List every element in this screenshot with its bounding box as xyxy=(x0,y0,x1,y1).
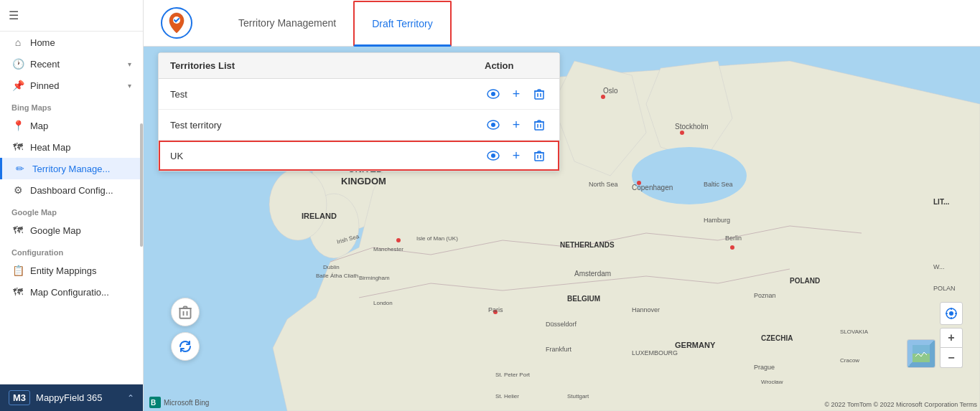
delete-uk-button[interactable] xyxy=(531,147,548,164)
sidebar-section-main: ⌂ Home 🕐 Recent ▾ 📌 Pinned ▾ xyxy=(0,32,143,96)
svg-rect-54 xyxy=(535,91,543,99)
svg-text:Stockholm: Stockholm xyxy=(675,123,709,131)
svg-text:Baile Átha Cliath: Baile Átha Cliath xyxy=(316,273,358,279)
sidebar-scrollbar-thumb[interactable] xyxy=(140,123,143,247)
sidebar-item-map[interactable]: 📍 Map xyxy=(0,115,143,136)
svg-text:NETHERLANDS: NETHERLANDS xyxy=(560,241,615,249)
sidebar-item-google-map[interactable]: 🗺 Google Map xyxy=(0,219,143,241)
svg-text:SLOVAKIA: SLOVAKIA xyxy=(840,329,869,335)
svg-text:Berlin: Berlin xyxy=(725,235,742,242)
add-uk-button[interactable]: + xyxy=(508,147,525,164)
svg-point-7 xyxy=(396,238,401,242)
delete-test-button[interactable] xyxy=(531,85,548,103)
tab-draft-territory[interactable]: Draft Territory xyxy=(353,1,452,47)
map-config-icon: 🗺 xyxy=(11,286,24,298)
svg-text:BELGIUM: BELGIUM xyxy=(567,295,600,303)
sidebar-item-heat-map[interactable]: 🗺 Heat Map xyxy=(0,136,143,158)
table-header-row: Territories List Action xyxy=(159,53,559,79)
sidebar-item-label: Pinned xyxy=(30,80,59,91)
sidebar-item-recent[interactable]: 🕐 Recent ▾ xyxy=(0,53,143,75)
col-territories-list: Territories List xyxy=(159,53,473,79)
view-uk-button[interactable] xyxy=(485,147,502,164)
svg-text:St. Peter Port: St. Peter Port xyxy=(495,372,531,378)
map-type-inner xyxy=(907,340,935,367)
sidebar-item-entity-mappings[interactable]: 📋 Entity Mappings xyxy=(0,260,143,281)
svg-text:North Sea: North Sea xyxy=(589,181,618,188)
map-marker-icon: 📍 xyxy=(11,120,24,131)
zoom-out-button[interactable]: − xyxy=(940,348,963,368)
sidebar-section-configuration: 📋 Entity Mappings 🗺 Map Configuratio... xyxy=(0,260,143,303)
svg-point-59 xyxy=(491,153,495,158)
nav-tabs: Territory Management Draft Territory xyxy=(221,0,452,46)
sidebar-item-label: Google Map xyxy=(30,225,81,236)
svg-text:GERMANY: GERMANY xyxy=(675,341,716,349)
svg-text:Hamburg: Hamburg xyxy=(704,217,730,224)
bing-maps-section-label: Bing Maps xyxy=(0,96,143,115)
table-row-uk: UK + xyxy=(159,141,559,171)
delete-test-territory-button[interactable] xyxy=(531,116,548,133)
svg-text:Prague: Prague xyxy=(754,364,775,371)
svg-text:Isle of Man (UK): Isle of Man (UK) xyxy=(416,235,458,242)
view-test-territory-button[interactable] xyxy=(485,116,502,133)
svg-text:Amsterdam: Amsterdam xyxy=(574,270,611,278)
footer-chevron-icon: ⌃ xyxy=(127,393,134,403)
sidebar-section-google-map: 🗺 Google Map xyxy=(0,219,143,241)
svg-point-65 xyxy=(949,311,953,316)
heat-map-icon: 🗺 xyxy=(11,141,24,153)
svg-point-53 xyxy=(491,92,495,96)
table-row: Test + xyxy=(159,79,559,110)
sidebar-section-bing-maps: 📍 Map 🗺 Heat Map ✏ Territory Manage... ⚙… xyxy=(0,115,143,201)
svg-text:Wrocław: Wrocław xyxy=(761,379,783,385)
map-type-button[interactable] xyxy=(907,339,935,368)
svg-text:Birmingham: Birmingham xyxy=(359,275,390,281)
sidebar-item-label: Map xyxy=(30,121,48,131)
territory-icon: ✏ xyxy=(14,163,27,174)
refresh-map-button[interactable] xyxy=(171,332,200,361)
map-container: UNITED KINGDOM Oslo Stockholm Copenhagen… xyxy=(144,47,980,411)
svg-text:Poznan: Poznan xyxy=(754,292,776,299)
svg-text:CZECHIA: CZECHIA xyxy=(761,334,793,342)
action-icons-test: + xyxy=(485,85,548,103)
view-test-button[interactable] xyxy=(485,85,502,103)
sidebar-footer[interactable]: M3 MappyField 365 ⌃ xyxy=(0,384,143,411)
sidebar-item-pinned[interactable]: 📌 Pinned ▾ xyxy=(0,75,143,96)
sidebar-item-label: Recent xyxy=(30,59,60,70)
svg-text:Hannover: Hannover xyxy=(632,306,660,313)
svg-text:LUXEMBOURG: LUXEMBOURG xyxy=(632,349,678,356)
svg-text:London: London xyxy=(373,300,393,306)
sidebar-item-dashboard-config[interactable]: ⚙ Dashboard Config... xyxy=(0,179,143,201)
locate-button[interactable] xyxy=(940,302,963,325)
territory-name-test-territory: Test territory xyxy=(159,110,473,141)
google-map-icon: 🗺 xyxy=(11,225,24,236)
territory-panel: Territories List Action Test + xyxy=(158,52,560,171)
delete-map-button[interactable] xyxy=(171,298,200,326)
bing-watermark-text: Microsoft Bing xyxy=(164,399,209,407)
svg-text:W...: W... xyxy=(933,263,945,270)
action-cell-uk: + xyxy=(473,141,559,171)
svg-point-8 xyxy=(601,95,605,99)
svg-text:KINGDOM: KINGDOM xyxy=(341,176,386,186)
logo-icon xyxy=(167,11,187,34)
chevron-down-icon: ▾ xyxy=(128,60,131,68)
sidebar-item-map-configuration[interactable]: 🗺 Map Configuratio... xyxy=(0,281,143,303)
svg-rect-57 xyxy=(535,122,543,130)
sidebar-item-territory-manage[interactable]: ✏ Territory Manage... xyxy=(0,158,143,179)
svg-text:Paris: Paris xyxy=(488,306,503,313)
zoom-in-button[interactable]: + xyxy=(940,328,963,348)
svg-rect-60 xyxy=(535,153,543,161)
svg-text:B: B xyxy=(151,399,156,407)
action-cell-test-territory: + xyxy=(473,110,559,141)
google-map-section-label: Google Map xyxy=(0,201,143,219)
add-test-button[interactable]: + xyxy=(508,85,525,103)
sidebar-item-home[interactable]: ⌂ Home xyxy=(0,32,143,53)
svg-point-5 xyxy=(632,147,747,204)
svg-point-4 xyxy=(269,169,327,240)
svg-text:IRELAND: IRELAND xyxy=(302,212,337,220)
main-area: Territory Management Draft Territory xyxy=(144,0,980,411)
svg-text:Baltic Sea: Baltic Sea xyxy=(704,181,733,188)
hamburger-icon[interactable]: ☰ xyxy=(9,9,19,22)
tab-territory-management[interactable]: Territory Management xyxy=(221,1,353,47)
sidebar-item-label: Dashboard Config... xyxy=(30,185,113,196)
add-test-territory-button[interactable]: + xyxy=(508,116,525,133)
svg-rect-63 xyxy=(913,354,930,362)
